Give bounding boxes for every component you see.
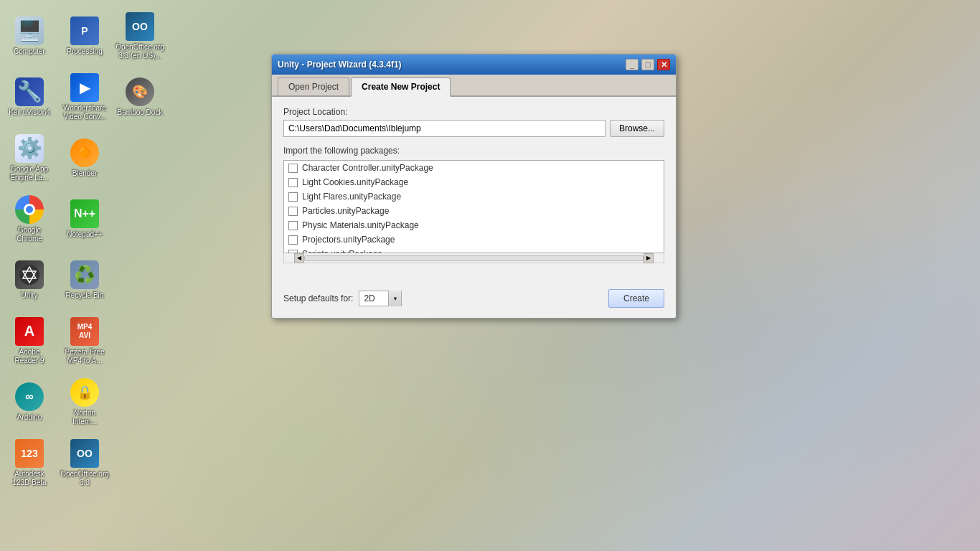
package-name: Physic Materials.unityPackage [302,220,419,230]
desktop-icon-mp4[interactable]: MP4AVI Pezera Free MP4 to A... [59,312,110,369]
computer-icon: 🖥️ [15,17,44,45]
desktop-icon-openoffice33[interactable]: OO OpenOffice.org 3.3 [59,434,110,491]
import-packages-group: Import the following packages: Character… [283,146,664,263]
arduino-icon-label: Arduino [17,413,42,422]
close-button[interactable]: ✕ [657,59,670,70]
package-checkbox[interactable] [288,164,298,173]
list-item[interactable]: Character Controller.unityPackage [284,161,664,175]
list-item[interactable]: Particles.unityPackage [284,204,664,218]
package-checkbox[interactable] [288,235,298,245]
tab-bar: Open Project Create New Project [272,75,676,97]
processing-icon: P [70,17,99,45]
openoffice-en-icon: OO [126,12,154,41]
keil-icon-label: Keil uVision4 [9,108,50,117]
package-name: Character Controller.unityPackage [302,163,433,173]
desktop-icon-computer[interactable]: 🖥️ Computer [4,7,55,65]
browse-button[interactable]: Browse... [610,120,664,137]
tab-create-new-project[interactable]: Create New Project [351,77,451,97]
packages-list: Character Controller.unityPackage Light … [284,161,664,253]
recycle-icon-label: Recycle Bin [66,291,104,300]
unity-project-wizard-window: Unity - Project Wizard (4.3.4f1) _ □ ✕ O… [271,54,677,319]
desktop-icon-openoffice-en[interactable]: OO OpenOffice.org 3.3 (en US)... [114,7,166,65]
desktop-icon-google-chrome[interactable]: Google Chrome [4,190,55,248]
recycle-icon: ♻️ [70,260,99,289]
wondershare-icon-label: Wondershare Video Conv... [62,104,108,121]
norton-icon: 🔒 [70,378,99,407]
project-location-label: Project Location: [283,107,664,117]
bamboo-icon: 🎨 [126,77,154,106]
scroll-left-arrow[interactable]: ◀ [294,253,304,263]
desktop-icon-google-app[interactable]: ⚙️ Google App Engine La... [4,129,55,187]
package-checkbox[interactable] [288,207,298,216]
mp4-icon: MP4AVI [70,317,99,346]
scroll-right-arrow[interactable]: ▶ [644,253,654,263]
desktop-icon-autodesk[interactable]: 123 Autodesk 123D Beta [4,434,55,491]
desktop: 🖥️ Computer 🔧 Keil uVision4 ⚙️ Google Ap… [0,0,980,551]
google-app-icon-label: Google App Engine La... [6,165,52,182]
norton-icon-label: Norton Intern... [62,409,108,426]
google-app-icon: ⚙️ [15,134,44,163]
adobe-icon-label: Adobe Reader 9 [6,348,52,365]
package-name: Scripts.unityPackage [302,249,382,253]
setup-defaults-dropdown[interactable]: 2D ▼ [359,291,402,306]
bottom-bar: Setup defaults for: 2D ▼ Create [272,282,676,318]
minimize-button[interactable]: _ [626,59,639,70]
list-item[interactable]: Light Cookies.unityPackage [284,175,664,189]
import-packages-label: Import the following packages: [283,146,664,156]
package-checkbox[interactable] [288,178,298,187]
project-location-input[interactable] [283,120,606,137]
tab-open-project[interactable]: Open Project [278,77,349,95]
project-location-group: Project Location: Browse... [283,107,664,137]
packages-list-container[interactable]: Character Controller.unityPackage Light … [283,160,664,253]
notepadpp-icon-label: Notepad++ [67,230,103,239]
wondershare-icon: ▶ [70,73,99,102]
dropdown-arrow-icon[interactable]: ▼ [388,291,401,306]
desktop-icon-norton[interactable]: 🔒 Norton Intern... [59,373,110,430]
chrome-icon-label: Google Chrome [6,226,52,243]
scroll-track[interactable] [304,255,644,261]
desktop-icons: 🖥️ Computer 🔧 Keil uVision4 ⚙️ Google Ap… [0,0,172,551]
desktop-icon-unity[interactable]: Unity [4,251,55,309]
desktop-icon-recycle[interactable]: ♻️ Recycle Bin [59,251,110,309]
list-item[interactable]: Light Flares.unityPackage [284,189,664,204]
keil-icon: 🔧 [15,77,44,106]
adobe-icon: A [15,317,44,346]
unity-icon-label: Unity [22,291,38,300]
unity-icon [15,260,44,289]
window-titlebar: Unity - Project Wizard (4.3.4f1) _ □ ✕ [272,55,676,75]
maximize-button[interactable]: □ [641,59,654,70]
package-checkbox[interactable] [288,250,298,254]
create-button[interactable]: Create [608,289,664,308]
package-name: Light Flares.unityPackage [302,192,401,202]
setup-defaults-label: Setup defaults for: [283,293,353,303]
blender-icon-label: Blender [72,169,97,178]
list-item[interactable]: Scripts.unityPackage [284,247,664,253]
desktop-icon-notepadpp[interactable]: N++ Notepad++ [59,190,110,248]
mp4-icon-label: Pezera Free MP4 to A... [62,348,108,365]
package-checkbox[interactable] [288,221,298,230]
desktop-icon-blender[interactable]: 🔶 Blender [59,129,110,187]
package-name: Projectors.unityPackage [302,235,395,245]
processing-icon-label: Processing [67,47,102,56]
list-item[interactable]: Physic Materials.unityPackage [284,218,664,232]
computer-icon-label: Computer [14,47,45,56]
package-name: Particles.unityPackage [302,206,389,216]
package-name: Light Cookies.unityPackage [302,177,408,187]
window-title: Unity - Project Wizard (4.3.4f1) [278,60,402,70]
openoffice33-icon-label: OpenOffice.org 3.3 [60,470,109,487]
desktop-icon-bamboo[interactable]: 🎨 Bamboo Dock [114,68,166,126]
desktop-icon-arduino[interactable]: ∞ Arduino [4,373,55,430]
desktop-icon-wondershare[interactable]: ▶ Wondershare Video Conv... [59,68,110,126]
arduino-icon: ∞ [15,382,44,411]
bamboo-icon-label: Bamboo Dock [118,108,163,117]
desktop-icon-adobe[interactable]: A Adobe Reader 9 [4,312,55,369]
package-checkbox[interactable] [288,192,298,202]
desktop-icon-keil[interactable]: 🔧 Keil uVision4 [4,68,55,126]
desktop-icon-processing[interactable]: P Processing [59,7,110,65]
list-item[interactable]: Projectors.unityPackage [284,232,664,247]
openoffice33-icon: OO [70,439,99,468]
notepadpp-icon: N++ [70,199,99,228]
window-controls: _ □ ✕ [626,59,670,70]
openoffice-en-icon-label: OpenOffice.org 3.3 (en US)... [116,43,164,60]
horizontal-scrollbar[interactable]: ◀ ▶ [283,253,664,263]
